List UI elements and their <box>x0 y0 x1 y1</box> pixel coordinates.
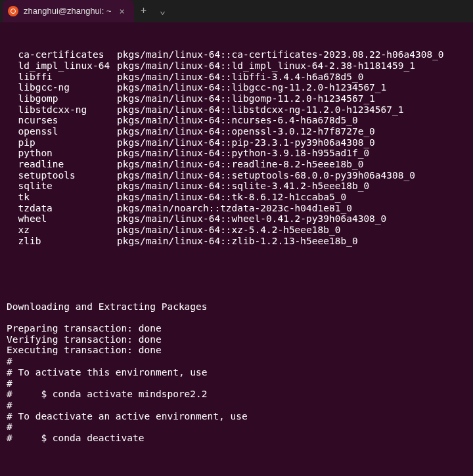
package-spec: pkgs/main/linux-64::wheel-0.41.2-py39h06… <box>117 213 386 225</box>
package-spec: pkgs/main/linux-64::python-3.9.18-h955ad… <box>117 148 369 159</box>
output-line <box>7 269 466 280</box>
close-icon[interactable]: × <box>117 5 127 18</box>
package-row: pythonpkgs/main/linux-64::python-3.9.18-… <box>7 148 466 159</box>
package-row: xzpkgs/main/linux-64::xz-5.4.2-h5eee18b_… <box>7 225 466 236</box>
package-spec: pkgs/main/linux-64::libffi-3.4.4-h6a678d… <box>117 72 363 83</box>
output-line: # <box>7 422 466 433</box>
package-name: xz <box>7 225 117 236</box>
package-row: zlibpkgs/main/linux-64::zlib-1.2.13-h5ee… <box>7 236 466 247</box>
package-spec: pkgs/main/linux-64::pip-23.3.1-py39h06a4… <box>117 137 375 148</box>
package-row: libgomppkgs/main/linux-64::libgomp-11.2.… <box>7 93 466 104</box>
package-spec: pkgs/main/linux-64::ncurses-6.4-h6a678d5… <box>117 115 358 126</box>
output-line: # <box>7 378 466 389</box>
package-row: libffipkgs/main/linux-64::libffi-3.4.4-h… <box>7 72 466 83</box>
package-spec: pkgs/main/linux-64::openssl-3.0.12-h7f87… <box>117 126 375 137</box>
output-line: # $ conda deactivate <box>7 433 466 444</box>
package-spec: pkgs/main/linux-64::libgcc-ng-11.2.0-h12… <box>117 82 386 93</box>
package-name: setuptools <box>7 170 117 181</box>
output-line <box>7 279 466 290</box>
output-line: Verifying transaction: done <box>7 334 466 345</box>
package-spec: pkgs/main/linux-64::zlib-1.2.13-h5eee18b… <box>117 236 358 247</box>
package-name: readline <box>7 159 117 170</box>
output-line: Preparing transaction: done <box>7 323 466 334</box>
package-name: tzdata <box>7 203 117 214</box>
package-name: ld_impl_linux-64 <box>7 60 117 72</box>
output-line: # To activate this environment, use <box>7 367 466 378</box>
package-spec: pkgs/main/noarch::tzdata-2023c-h04d1e81_… <box>117 203 352 214</box>
package-name: zlib <box>7 236 117 247</box>
output-line: # <box>7 400 466 411</box>
package-spec: pkgs/main/linux-64::setuptools-68.0.0-py… <box>117 170 415 181</box>
package-spec: pkgs/main/linux-64::tk-8.6.12-h1ccaba5_0 <box>117 192 346 203</box>
package-name: sqlite <box>7 181 117 192</box>
package-row: ncursespkgs/main/linux-64::ncurses-6.4-h… <box>7 115 466 126</box>
output-line <box>7 444 466 455</box>
terminal-tab[interactable]: zhanghui@zhanghui: ~ × <box>3 0 134 22</box>
output-line: # $ conda activate mindspore2.2 <box>7 389 466 400</box>
output-line <box>7 290 466 301</box>
tab-dropdown-button[interactable]: ⌄ <box>153 0 172 22</box>
package-name: pip <box>7 137 117 148</box>
package-name: tk <box>7 192 117 203</box>
output-line: # To deactivate an active environment, u… <box>7 411 466 422</box>
terminal-body[interactable]: ca-certificatespkgs/main/linux-64::ca-ce… <box>0 22 473 476</box>
tab-title: zhanghui@zhanghui: ~ <box>24 7 112 16</box>
package-row: setuptoolspkgs/main/linux-64::setuptools… <box>7 170 466 181</box>
package-row: tkpkgs/main/linux-64::tk-8.6.12-h1ccaba5… <box>7 192 466 203</box>
output-line <box>7 312 466 323</box>
package-name: wheel <box>7 213 117 225</box>
package-spec: pkgs/main/linux-64::ld_impl_linux-64-2.3… <box>117 60 415 72</box>
package-name: libgcc-ng <box>7 82 117 93</box>
package-row: libstdcxx-ngpkgs/main/linux-64::libstdcx… <box>7 104 466 116</box>
package-row: opensslpkgs/main/linux-64::openssl-3.0.1… <box>7 126 466 137</box>
output-line: Executing transaction: done <box>7 345 466 356</box>
package-row: tzdatapkgs/main/noarch::tzdata-2023c-h04… <box>7 203 466 214</box>
output-block: Downloading and Extracting Packages Prep… <box>7 269 466 454</box>
package-row: libgcc-ngpkgs/main/linux-64::libgcc-ng-1… <box>7 82 466 93</box>
output-line: Downloading and Extracting Packages <box>7 301 466 313</box>
package-spec: pkgs/main/linux-64::xz-5.4.2-h5eee18b_0 <box>117 225 340 236</box>
package-name: openssl <box>7 126 117 137</box>
package-row: wheelpkgs/main/linux-64::wheel-0.41.2-py… <box>7 213 466 225</box>
package-spec: pkgs/main/linux-64::libstdcxx-ng-11.2.0-… <box>117 104 404 116</box>
package-name: ca-certificates <box>7 49 117 60</box>
package-spec: pkgs/main/linux-64::ca-certificates-2023… <box>117 49 444 60</box>
titlebar: zhanghui@zhanghui: ~ × + ⌄ <box>0 0 473 22</box>
package-list: ca-certificatespkgs/main/linux-64::ca-ce… <box>7 49 466 246</box>
package-row: ca-certificatespkgs/main/linux-64::ca-ce… <box>7 49 466 60</box>
package-name: ncurses <box>7 115 117 126</box>
package-row: pippkgs/main/linux-64::pip-23.3.1-py39h0… <box>7 137 466 148</box>
package-spec: pkgs/main/linux-64::sqlite-3.41.2-h5eee1… <box>117 181 369 192</box>
ubuntu-icon <box>8 6 18 16</box>
package-row: readlinepkgs/main/linux-64::readline-8.2… <box>7 159 466 170</box>
package-name: libstdcxx-ng <box>7 104 117 116</box>
package-row: sqlitepkgs/main/linux-64::sqlite-3.41.2-… <box>7 181 466 192</box>
package-spec: pkgs/main/linux-64::readline-8.2-h5eee18… <box>117 159 363 170</box>
output-line: # <box>7 356 466 367</box>
package-name: libgomp <box>7 93 117 104</box>
package-spec: pkgs/main/linux-64::libgomp-11.2.0-h1234… <box>117 93 375 104</box>
new-tab-button[interactable]: + <box>134 0 153 22</box>
package-name: python <box>7 148 117 159</box>
package-name: libffi <box>7 72 117 83</box>
package-row: ld_impl_linux-64pkgs/main/linux-64::ld_i… <box>7 60 466 72</box>
